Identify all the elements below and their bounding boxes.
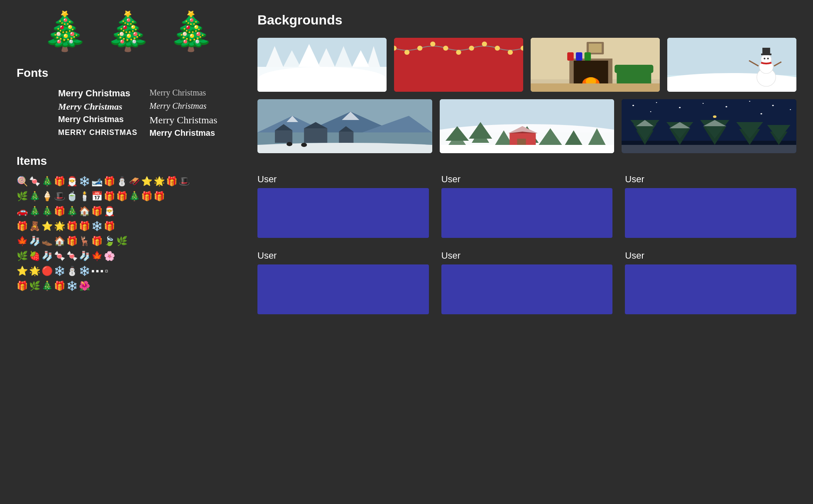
font-item-2-right[interactable]: Merry Christmas [149,101,233,112]
svg-point-84 [656,102,657,103]
left-panel: 🎄 🎄 🎄 Fonts Merry Christmas Merry Christ… [17,12,233,327]
svg-rect-31 [615,65,653,73]
svg-rect-80 [440,145,615,153]
items-row-2: 🌿🎄🍦🎩🍵🕯️📅🎁🎁🎄🎁🎁 [17,191,233,204]
user-label-5: User [441,250,613,261]
background-forest-snow[interactable] [440,99,615,153]
user-videos-section: User User User User Us [257,174,796,314]
background-winter-forest[interactable] [257,38,387,92]
svg-point-17 [469,46,474,51]
svg-point-38 [667,73,796,92]
svg-point-19 [495,46,500,51]
svg-rect-9 [257,67,387,92]
svg-rect-25 [589,44,602,53]
user-video-4[interactable] [257,264,429,314]
user-card-3: User [625,174,796,238]
svg-point-91 [650,111,651,112]
user-video-5[interactable] [441,264,613,314]
svg-point-13 [417,46,422,51]
items-row-5: 🍁🧦👞🏠🎁🦌🎁🍃🌿 [17,236,233,249]
user-grid-row1: User User User [257,174,796,238]
user-video-6[interactable] [625,264,796,314]
user-video-1[interactable] [257,188,429,238]
user-card-2: User [441,174,613,238]
user-label-3: User [625,174,796,185]
background-red-lights[interactable] [394,38,523,92]
svg-point-87 [726,106,727,108]
user-grid-row2: User User User [257,250,796,314]
svg-point-15 [443,46,448,51]
user-label-2: User [441,174,613,185]
items-row-7: ⭐🌟🔴❄️⛄❄️▪️▪️▪️▫️ [17,266,233,279]
backgrounds-grid-row1 [257,38,796,92]
user-card-6: User [625,250,796,314]
background-night-trees[interactable] [622,99,796,153]
font-item-1-left[interactable]: Merry Christmas [58,88,141,99]
svg-point-18 [482,42,487,46]
svg-point-83 [632,105,634,106]
items-title: Items [17,154,233,168]
svg-rect-10 [394,38,523,92]
items-section: Items 🍭🍬🎄🎁🎅❄️🎿🎁⛄🛷⭐🌟🎁🎩 🌿🎄🍦🎩🍵🕯️📅🎁🎁🎄🎁🎁 🚗🎄🎄🎁… [17,154,233,294]
fonts-section: Fonts Merry Christmas Merry Christmas Me… [17,66,233,138]
user-label-6: User [625,250,796,261]
svg-point-86 [703,103,704,104]
svg-point-92 [761,113,762,115]
svg-point-16 [456,50,461,55]
svg-rect-33 [576,52,583,61]
svg-point-12 [404,50,409,55]
svg-point-61 [257,143,432,153]
font-item-3-right[interactable]: Merry Christmas [149,115,233,126]
user-label-4: User [257,250,429,261]
user-video-2[interactable] [441,188,613,238]
items-row-1: 🍭🍬🎄🎁🎅❄️🎿🎁⛄🛷⭐🌟🎁🎩 [17,176,233,189]
user-card-4: User [257,250,429,314]
svg-rect-59 [339,132,353,143]
fonts-title: Fonts [17,66,233,80]
svg-point-89 [772,105,774,106]
items-row-6: 🌿🍓🧦🍬🍬🧦🍁🌸 [17,251,233,264]
svg-rect-104 [622,145,796,153]
svg-rect-43 [762,48,770,54]
backgrounds-grid-row2 [257,99,796,153]
svg-point-14 [430,42,435,46]
svg-point-62 [287,142,292,146]
svg-point-45 [767,58,769,59]
items-row-4: 🎁🧸⭐🌟🎁🎁❄️🎁 [17,221,233,234]
font-item-4-right[interactable]: Merry Christmas [149,128,233,138]
font-item-1-right[interactable]: Merry Christmas [149,88,233,99]
main-layout: 🎄 🎄 🎄 Fonts Merry Christmas Merry Christ… [0,0,813,339]
svg-rect-1 [257,67,387,92]
svg-point-88 [749,101,750,102]
svg-point-20 [508,50,513,55]
christmas-tree-2: 🎄 [105,12,151,50]
svg-rect-34 [585,52,591,61]
font-item-2-left[interactable]: Merry Christmas [58,101,141,112]
background-village-night[interactable] [257,99,432,153]
user-card-1: User [257,174,429,238]
fonts-grid: Merry Christmas Merry Christmas Merry Ch… [17,88,233,138]
background-snowman[interactable] [667,38,796,92]
user-video-3[interactable] [625,188,796,238]
background-fireplace[interactable] [531,38,660,92]
christmas-tree-1: 🎄 [42,12,88,50]
svg-point-90 [790,109,791,110]
backgrounds-title: Backgrounds [257,12,796,28]
svg-rect-57 [304,128,327,143]
font-item-3-left[interactable]: Merry Christmas [58,115,141,126]
svg-point-44 [764,58,765,59]
svg-rect-37 [667,38,796,75]
svg-point-85 [679,107,681,108]
svg-point-63 [301,143,307,147]
font-item-4-left[interactable]: MERRY CHRISTMAS [58,128,141,138]
user-card-5: User [441,250,613,314]
svg-rect-55 [275,130,292,143]
right-panel: Backgrounds [257,12,796,327]
svg-rect-35 [531,83,660,92]
user-label-1: User [257,174,429,185]
svg-point-105 [713,115,716,118]
christmas-tree-3: 🎄 [168,12,214,50]
items-row-8: 🎁🌿🎄🎁❄️🌺 [17,281,233,294]
trees-section: 🎄 🎄 🎄 [17,12,233,50]
items-row-3: 🚗🎄🎄🎁🎄🏠🎁🎅 [17,206,233,219]
